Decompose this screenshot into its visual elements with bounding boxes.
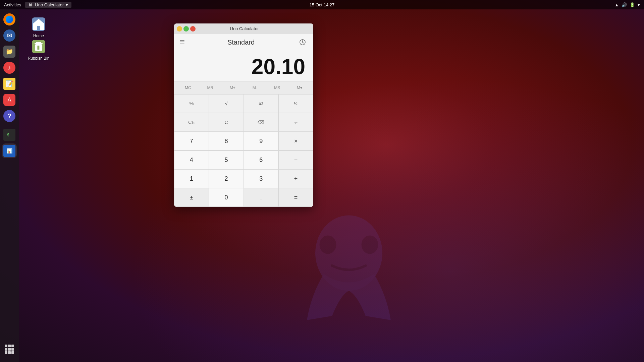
svg-point-1 xyxy=(320,236,336,254)
digit-5-button[interactable]: 5 xyxy=(209,150,244,169)
calc-titlebar: – □ ✕ Uno Calculator xyxy=(174,23,313,34)
digit-6-button[interactable]: 6 xyxy=(244,150,279,169)
negate-button[interactable]: ± xyxy=(174,188,209,207)
topbar: Activities 🖩 Uno Calculator ▾ 15 Oct 14:… xyxy=(0,0,644,9)
sidebar-item-help[interactable]: ? xyxy=(2,109,17,123)
sidebar-dock: ✉ 📁 ♪ 📝 A ? $_ 📊 xyxy=(0,9,19,362)
calc-header: ☰ Standard xyxy=(174,34,313,49)
digit-1-button[interactable]: 1 xyxy=(174,169,209,188)
wallpaper-overlay xyxy=(0,0,644,362)
calc-button-grid: % √ x2 ¹∕ₓ CE C ⌫ ÷ 7 8 9 × 4 5 6 − 1 2 … xyxy=(174,94,313,207)
digit-4-button[interactable]: 4 xyxy=(174,150,209,169)
trash-icon xyxy=(31,39,47,55)
equals-button[interactable]: = xyxy=(278,188,313,207)
add-button[interactable]: + xyxy=(278,169,313,188)
home-icon xyxy=(31,16,47,32)
memory-store-button[interactable]: MS xyxy=(266,83,288,93)
memory-dropdown-button[interactable]: M▾ xyxy=(288,83,311,93)
svg-point-2 xyxy=(362,236,378,254)
sidebar-item-calc[interactable]: 📊 xyxy=(2,143,17,158)
titlebar-controls: – □ ✕ xyxy=(177,26,196,32)
divide-button[interactable]: ÷ xyxy=(278,113,313,132)
memory-row: MC MR M+ M- MS M▾ xyxy=(174,81,313,94)
app-chevron: ▾ xyxy=(66,2,68,7)
subtract-button[interactable]: − xyxy=(278,150,313,169)
sidebar-item-firefox[interactable] xyxy=(2,12,17,27)
app-name: Uno Calculator xyxy=(35,2,64,7)
battery-icon: 🔋 xyxy=(630,2,635,7)
clear-entry-button[interactable]: CE xyxy=(174,113,209,132)
svg-rect-6 xyxy=(36,42,41,43)
topbar-right: ▲ 🔊 🔋 ▾ xyxy=(614,2,640,7)
digit-0-button[interactable]: 0 xyxy=(209,188,244,207)
ubuntu-mascot xyxy=(282,211,416,328)
topbar-datetime: 15 Oct 14:27 xyxy=(310,2,334,7)
desktop-icon-rubbish-bin[interactable]: Rubbish Bin xyxy=(25,39,52,61)
window-title: Uno Calculator xyxy=(196,26,293,31)
backspace-button[interactable]: ⌫ xyxy=(244,113,279,132)
clear-button[interactable]: C xyxy=(209,113,244,132)
svg-point-0 xyxy=(315,216,382,291)
decimal-button[interactable]: . xyxy=(244,188,279,207)
active-app[interactable]: 🖩 Uno Calculator ▾ xyxy=(25,2,71,8)
calc-mode-title: Standard xyxy=(227,39,255,46)
desktop-icon-home[interactable]: Home xyxy=(25,16,52,38)
home-label: Home xyxy=(33,34,44,38)
activities-button[interactable]: Activities xyxy=(4,2,21,7)
volume-icon: 🔊 xyxy=(622,2,627,7)
memory-add-button[interactable]: M+ xyxy=(221,83,244,93)
sidebar-item-notes[interactable]: 📝 xyxy=(2,76,17,91)
sqrt-button[interactable]: √ xyxy=(209,94,244,113)
sidebar-item-files[interactable]: 📁 xyxy=(2,44,17,59)
memory-recall-button[interactable]: MR xyxy=(199,83,222,93)
history-button[interactable] xyxy=(297,37,308,48)
minimize-button[interactable]: – xyxy=(177,26,182,32)
topbar-left: Activities 🖩 Uno Calculator ▾ xyxy=(4,2,71,8)
hamburger-menu-icon[interactable]: ☰ xyxy=(179,39,185,46)
sidebar-item-terminal[interactable]: $_ xyxy=(2,127,17,142)
calculator-window: – □ ✕ Uno Calculator ☰ Standard 20.10 MC… xyxy=(174,23,313,207)
display-value: 20.10 xyxy=(182,56,305,77)
memory-subtract-button[interactable]: M- xyxy=(244,83,266,93)
close-button[interactable]: ✕ xyxy=(190,26,196,32)
calc-display: 20.10 xyxy=(174,49,313,81)
rubbish-bin-label: Rubbish Bin xyxy=(28,56,50,61)
memory-clear-button[interactable]: MC xyxy=(177,83,199,93)
digit-3-button[interactable]: 3 xyxy=(244,169,279,188)
sidebar-item-appstore[interactable]: A xyxy=(2,93,17,107)
sidebar-item-thunderbird[interactable]: ✉ xyxy=(2,28,17,43)
percent-button[interactable]: % xyxy=(174,94,209,113)
network-icon: ▲ xyxy=(614,2,619,7)
sidebar-item-rhythmbox[interactable]: ♪ xyxy=(2,60,17,75)
app-icon: 🖩 xyxy=(29,2,33,7)
digit-7-button[interactable]: 7 xyxy=(174,132,209,150)
reciprocal-button[interactable]: ¹∕ₓ xyxy=(278,94,313,113)
svg-rect-7 xyxy=(35,43,43,44)
sidebar-item-app-grid[interactable] xyxy=(2,342,17,357)
multiply-button[interactable]: × xyxy=(278,132,313,150)
square-button[interactable]: x2 xyxy=(244,94,279,113)
maximize-button[interactable]: □ xyxy=(183,26,189,32)
digit-8-button[interactable]: 8 xyxy=(209,132,244,150)
digit-2-button[interactable]: 2 xyxy=(209,169,244,188)
digit-9-button[interactable]: 9 xyxy=(244,132,279,150)
system-menu-icon[interactable]: ▾ xyxy=(638,2,640,7)
